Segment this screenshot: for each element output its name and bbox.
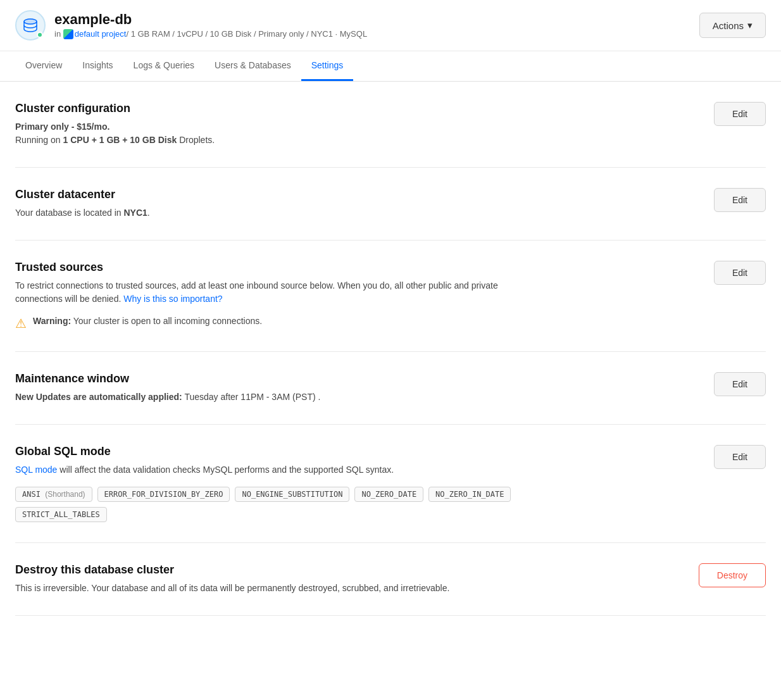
navigation-tabs: Overview Insights Logs & Queries Users &…: [0, 51, 781, 82]
cluster-config-title: Cluster configuration: [15, 102, 534, 115]
global-sql-edit-button[interactable]: Edit: [714, 445, 766, 469]
cluster-config-desc: Running on 1 CPU + 1 GB + 10 GB Disk Dro…: [15, 134, 534, 147]
destroy-body: Destroy this database cluster This is ir…: [15, 563, 534, 595]
cluster-datacenter-body: Cluster datacenter Your database is loca…: [15, 188, 534, 220]
tab-logs[interactable]: Logs & Queries: [123, 51, 205, 81]
page-header: example-db in default project/ 1 GB RAM …: [0, 0, 781, 51]
global-sql-section: Global SQL mode SQL mode will affect the…: [15, 425, 766, 543]
cluster-config-edit-button[interactable]: Edit: [714, 102, 766, 126]
tag-no-zero-date: NO_ZERO_DATE: [354, 487, 423, 502]
cluster-config-body: Cluster configuration Primary only - $15…: [15, 102, 534, 147]
tag-ansi: ANSI (Shorthand): [15, 487, 92, 502]
tab-overview[interactable]: Overview: [15, 51, 72, 81]
sql-mode-tags: ANSI (Shorthand) ERROR_FOR_DIVISION_BY_Z…: [15, 487, 534, 522]
settings-content: Cluster configuration Primary only - $15…: [0, 82, 781, 616]
tag-strict-all-tables: STRICT_ALL_TABLES: [15, 507, 107, 522]
global-sql-desc: SQL mode will affect the data validation…: [15, 463, 534, 477]
global-sql-body: Global SQL mode SQL mode will affect the…: [15, 445, 534, 522]
actions-label: Actions: [713, 20, 744, 31]
trusted-sources-body: Trusted sources To restrict connections …: [15, 261, 534, 331]
trusted-sources-edit-button[interactable]: Edit: [714, 261, 766, 285]
destroy-section: Destroy this database cluster This is ir…: [15, 543, 766, 616]
destroy-title: Destroy this database cluster: [15, 563, 534, 577]
db-icon: [15, 10, 46, 41]
cluster-datacenter-desc: Your database is located in NYC1.: [15, 206, 534, 220]
cluster-datacenter-section: Cluster datacenter Your database is loca…: [15, 168, 766, 241]
trusted-sources-desc: To restrict connections to trusted sourc…: [15, 279, 534, 306]
cluster-config-subtitle: Primary only - $15/mo.: [15, 120, 534, 134]
warning-icon: ⚠: [15, 316, 27, 331]
tag-no-zero-in-date: NO_ZERO_IN_DATE: [428, 487, 511, 502]
tab-users[interactable]: Users & Databases: [204, 51, 301, 81]
global-sql-title: Global SQL mode: [15, 445, 534, 458]
warning-message: Warning: Your cluster is open to all inc…: [33, 316, 262, 326]
cluster-config-section: Cluster configuration Primary only - $15…: [15, 82, 766, 168]
maintenance-window-desc: New Updates are automatically applied: T…: [15, 391, 534, 404]
cluster-datacenter-edit-button[interactable]: Edit: [714, 188, 766, 212]
header-left: example-db in default project/ 1 GB RAM …: [15, 10, 367, 41]
db-name: example-db: [54, 11, 367, 28]
cluster-datacenter-title: Cluster datacenter: [15, 188, 534, 201]
project-link[interactable]: default project: [75, 29, 127, 39]
trusted-sources-title: Trusted sources: [15, 261, 534, 274]
trusted-sources-section: Trusted sources To restrict connections …: [15, 241, 766, 352]
actions-button[interactable]: Actions ▾: [699, 13, 766, 38]
sql-mode-link[interactable]: SQL mode: [15, 465, 57, 475]
trusted-sources-link[interactable]: Why is this so important?: [123, 294, 222, 304]
tab-settings[interactable]: Settings: [301, 51, 354, 81]
tag-error-division: ERROR_FOR_DIVISION_BY_ZERO: [97, 487, 230, 502]
destroy-desc: This is irreversible. Your database and …: [15, 582, 534, 595]
tag-no-engine: NO_ENGINE_SUBSTITUTION: [235, 487, 349, 502]
trusted-sources-warning: ⚠ Warning: Your cluster is open to all i…: [15, 316, 534, 331]
project-icon: [63, 29, 73, 39]
db-meta: in default project/ 1 GB RAM / 1vCPU / 1…: [54, 29, 367, 40]
destroy-button[interactable]: Destroy: [699, 563, 766, 587]
maintenance-window-title: Maintenance window: [15, 372, 534, 385]
maintenance-window-edit-button[interactable]: Edit: [714, 372, 766, 396]
maintenance-window-body: Maintenance window New Updates are autom…: [15, 372, 534, 404]
db-info: example-db in default project/ 1 GB RAM …: [54, 11, 367, 40]
status-indicator: [37, 32, 43, 38]
chevron-down-icon: ▾: [747, 20, 753, 31]
tab-insights[interactable]: Insights: [72, 51, 123, 81]
maintenance-window-section: Maintenance window New Updates are autom…: [15, 352, 766, 425]
